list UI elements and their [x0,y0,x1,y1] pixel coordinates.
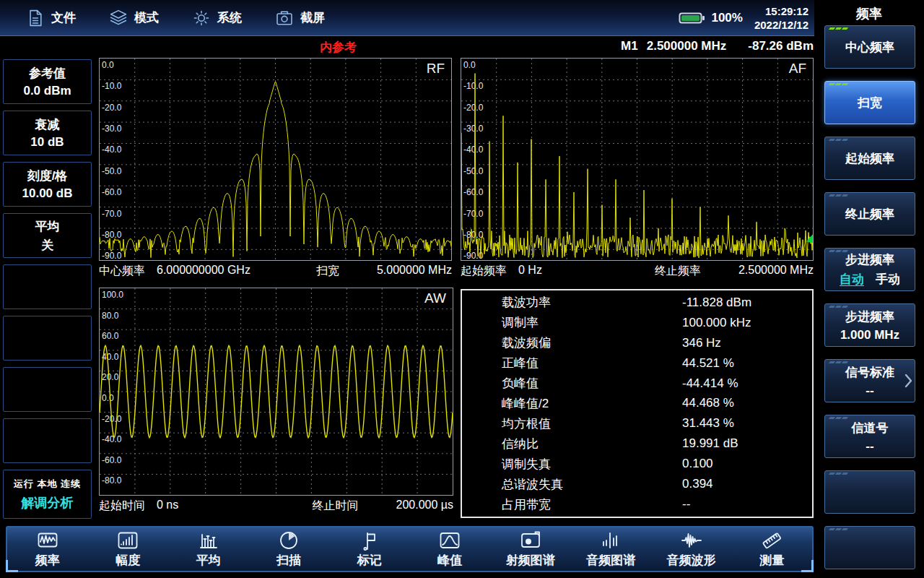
param-value: 10.00 dB [22,186,73,201]
row-value: 0.394 [682,477,713,491]
battery-icon [679,12,705,25]
toolbar-rf-spectrum[interactable]: 射频图谱 [490,530,571,569]
softkey-channel-number[interactable]: 信道号 -- [824,415,915,458]
svg-text:-50.0: -50.0 [102,166,122,176]
softkey-step-freq-value[interactable]: 步进频率 1.000 MHz [824,303,915,347]
param-value: 10 dB [30,135,64,150]
softkey-stop-freq[interactable]: 终止频率 [824,192,915,236]
softkey-value: 1.000 MHz [840,328,899,342]
svg-text:-60.0: -60.0 [463,187,484,197]
param-empty-4[interactable] [3,418,92,463]
row-label: 占用带宽 [502,496,682,513]
camera-icon [275,9,294,27]
param-empty-2[interactable] [3,316,92,361]
date-text: 2022/12/12 [754,18,808,33]
softkey-start-freq[interactable]: 起始频率 [824,137,915,180]
softkey-value: -- [866,439,873,454]
status-box: 运行 本地 连续 解调分析 [3,470,92,519]
option-unselected[interactable]: 手动 [876,271,900,288]
clock: 15:29:12 2022/12/12 [754,4,808,33]
footer-value: 2.500000 MHz [738,264,814,279]
toolbar-sweep[interactable]: 扫描 [249,530,330,569]
param-empty-1[interactable] [3,264,92,309]
table-row: 占用带宽 -- [462,494,812,514]
softkey-label: 终止频率 [845,206,894,223]
row-label: 调制失真 [502,456,682,473]
svg-text:-30.0: -30.0 [463,124,484,134]
toolbar-frequency[interactable]: 频率 [7,530,88,569]
svg-text:-80.0: -80.0 [102,230,122,240]
menu-system[interactable]: 系统 [192,9,242,27]
softkey-panel-title: 频率 [814,5,924,22]
toolbar-average[interactable]: 平均 [168,530,249,569]
softkey-step-freq-mode[interactable]: 步进频率 自动手动 [824,248,915,291]
battery-indicator: 100% [679,11,742,25]
audiomap-icon [600,530,622,551]
rf-chart-title: RF [427,61,445,77]
param-average[interactable]: 平均 关 [3,213,92,258]
marker-readout: M1 2.500000 MHz -87.26 dBm [570,39,814,53]
param-attenuation[interactable]: 衰减 10 dB [3,111,92,155]
menu-file[interactable]: 文件 [26,9,76,27]
row-label: 载波频偏 [502,335,682,351]
menu-screenshot[interactable]: 截屏 [275,9,325,27]
row-value: -11.828 dBm [682,296,751,310]
marker-id: M1 [621,39,638,53]
time-text: 15:29:12 [754,4,808,19]
param-scale-per-div[interactable]: 刻度/格 10.00 dB [3,162,92,207]
svg-text:80.0: 80.0 [102,311,119,321]
footer-label: 终止时间 [313,499,359,514]
softkey-signal-standard[interactable]: 信号标准 -- [824,359,915,402]
softkey-center-freq[interactable]: 中心频率 [824,25,915,69]
row-label: 峰峰值/2 [502,395,682,412]
footer-label: 终止频率 [655,264,701,279]
topbar-menus: 文件 模式 系统 截屏 [0,9,325,27]
softkey-empty-1[interactable] [824,470,915,514]
audio-waveform-chart: 100.080.060.040.020.00.0-20.0-40.0-60.0-… [99,288,453,496]
run-status: 运行 本地 连续 [14,478,81,491]
svg-text:20.0: 20.0 [102,372,119,382]
softkey-corner-marks [829,473,847,475]
menu-mode[interactable]: 模式 [109,9,159,27]
table-row: 调制率 100.000 kHz [462,313,812,333]
svg-text:40.0: 40.0 [102,352,119,362]
ampl-icon [117,530,139,551]
softkey-corner-marks [829,139,847,141]
softkey-empty-2[interactable] [824,526,915,569]
softkey-corner-marks [829,83,847,85]
param-empty-3[interactable] [3,367,92,412]
toolbar-audio-wave[interactable]: 音频波形 [651,530,732,569]
footer-value: 0 Hz [518,264,542,279]
table-row: 均方根值 31.443 % [462,413,812,434]
param-ref-level[interactable]: 参考值 0.0 dBm [3,59,92,104]
measure-icon [761,530,783,551]
left-parameter-panel: 参考值 0.0 dBm 衰减 10 dB 刻度/格 10.00 dB 平均 关 … [3,59,92,519]
softkey-corner-marks [829,306,847,308]
toolbar-marker[interactable]: 标记 [329,530,410,569]
svg-text:-10.0: -10.0 [102,81,122,91]
footer-label: 起始频率 [461,264,507,279]
table-row: 正峰值 44.521 % [462,353,812,374]
toolbar-measure[interactable]: 测量 [732,530,813,569]
row-value: 0.100 [682,457,713,471]
option-selected[interactable]: 自动 [840,271,864,288]
toolbar-peak[interactable]: 峰值 [410,530,491,569]
row-label: 正峰值 [502,355,682,371]
svg-text:-80.0: -80.0 [102,475,122,486]
peak-icon [439,530,461,551]
svg-text:100.0: 100.0 [102,290,123,300]
measurement-results-table: 载波功率 -11.828 dBm 调制率 100.000 kHz 载波频偏 34… [461,289,814,518]
softkey-corner-marks [829,528,847,530]
param-title: 刻度/格 [27,168,68,184]
svg-text:0.0: 0.0 [102,393,114,403]
footer-label: 中心频率 [99,264,145,279]
toolbar-amplitude[interactable]: 幅度 [88,530,169,569]
svg-text:-40.0: -40.0 [463,144,484,155]
table-row: 峰峰值/2 44.468 % [462,394,812,414]
toolbar-audio-spectrum[interactable]: 音频图谱 [571,530,652,569]
svg-text:-60.0: -60.0 [102,455,122,465]
footer-label: 扫宽 [316,264,339,279]
softkey-span[interactable]: 扫宽 [824,81,915,124]
softkey-options: 自动手动 [840,271,900,288]
footer-value: 200.000 µs [396,499,454,514]
